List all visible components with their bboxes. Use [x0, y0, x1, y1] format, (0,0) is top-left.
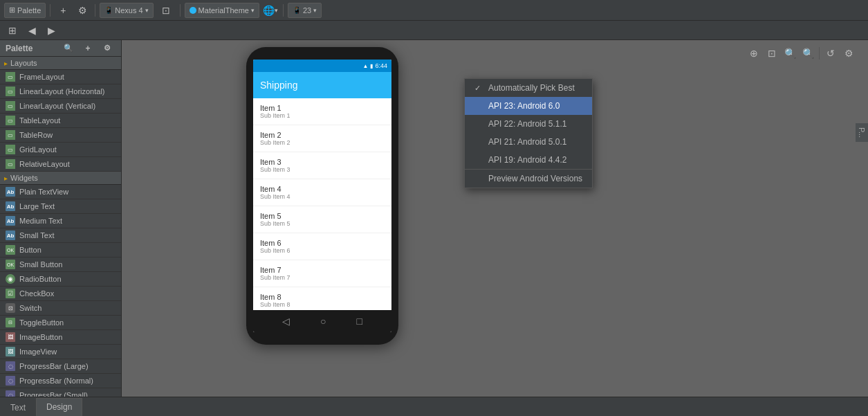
item4-sub: Sub Item 4	[260, 193, 385, 200]
palette-item-progressbar-normal[interactable]: ◌ ProgressBar (Normal)	[0, 374, 121, 388]
dropdown-item-preview[interactable]: Preview Android Versions	[465, 169, 592, 188]
zoom-in-btn[interactable]: 🔍	[782, 46, 798, 61]
palette-item-gridlayout[interactable]: ▭ GridLayout	[0, 143, 121, 157]
palette-item-relativelayout[interactable]: ▭ RelativeLayout	[0, 157, 121, 172]
palette-item-imageview[interactable]: 🖼 ImageView	[0, 345, 121, 359]
radiobutton-label: RadioButton	[19, 275, 62, 283]
refresh-btn[interactable]: ↺	[822, 46, 839, 61]
palette-settings-btn[interactable]: ⚙	[99, 41, 116, 56]
large-text-icon: Ab	[6, 201, 15, 211]
palette-item-togglebutton[interactable]: ⊟ ToggleButton	[0, 316, 121, 330]
progressbar-small-label: ProgressBar (Small)	[19, 391, 88, 397]
next-btn[interactable]: ▶	[43, 23, 59, 38]
phone-outer: ▲ ▮ 6:44 Shipping Item 1 Sub Item 1	[246, 47, 398, 345]
palette-item-radiobutton[interactable]: ◉ RadioButton	[0, 272, 121, 287]
palette-item-linearlayout-h[interactable]: ▭ LinearLayout (Horizontal)	[0, 84, 121, 99]
palette-item-button[interactable]: OK Button	[0, 243, 121, 257]
canvas-area[interactable]: ▲ ▮ 6:44 Shipping Item 1 Sub Item 1	[122, 40, 868, 397]
item4-title: Item 4	[260, 185, 385, 193]
prev-btn[interactable]: ◀	[24, 23, 40, 38]
list-item: Item 2 Sub Item 2	[253, 125, 391, 152]
item7-sub: Sub Item 7	[260, 274, 385, 281]
theme-chevron: ▾	[251, 7, 255, 14]
small-button-icon: OK	[6, 260, 15, 269]
switch-icon: ⊡	[6, 303, 15, 313]
palette-item-framelayout[interactable]: ▭ FrameLayout	[0, 70, 121, 84]
api-icon: 📱	[293, 6, 301, 14]
dropdown-item-api21[interactable]: API 21: Android 5.0.1	[465, 133, 592, 151]
zoom-fit-btn[interactable]: ⊡	[764, 46, 780, 61]
imageview-label: ImageView	[19, 347, 57, 356]
dropdown-item-api23[interactable]: API 23: Android 6.0	[465, 97, 592, 115]
palette-item-small-button[interactable]: OK Small Button	[0, 257, 121, 272]
palette-title: Palette	[6, 44, 33, 53]
checkbox-label: CheckBox	[19, 289, 54, 298]
theme-dot	[190, 7, 196, 14]
zoom-out-btn[interactable]: 🔍	[800, 46, 816, 61]
nexus-chevron: ▾	[145, 7, 149, 14]
palette-item-large-text[interactable]: Ab Large Text	[0, 199, 121, 214]
zoom-actual-btn[interactable]: ⊕	[746, 46, 762, 61]
small-text-icon: Ab	[6, 230, 15, 240]
palette-toggle-btn[interactable]: ⊞ Palette	[4, 3, 46, 18]
widgets-section-label: Widgets	[10, 174, 38, 182]
theme-selector-btn[interactable]: MaterialTheme ▾	[185, 3, 259, 18]
tab-text[interactable]: Text	[0, 399, 36, 416]
widgets-folder-icon: ▸	[4, 174, 8, 182]
palette-header: Palette 🔍 + ⚙	[0, 40, 121, 57]
linearlayout-v-icon: ▭	[6, 101, 15, 111]
locale-chevron: ▾	[275, 7, 278, 14]
palette-item-progressbar-small[interactable]: ◌ ProgressBar (Small)	[0, 388, 121, 397]
dropdown-item-api22[interactable]: API 22: Android 5.1.1	[465, 115, 592, 133]
dropdown-item-api22-label: API 22: Android 5.1.1	[488, 119, 566, 129]
widgets-section-header[interactable]: ▸ Widgets	[0, 172, 121, 185]
item2-sub: Sub Item 2	[260, 139, 385, 146]
fit-screen-btn[interactable]: ⊞	[4, 23, 21, 38]
auto-check-icon: ✓	[474, 84, 484, 93]
screen-size-btn[interactable]: ⊡	[156, 3, 176, 18]
progressbar-large-icon: ◌	[6, 361, 15, 371]
palette-icon: ⊞	[9, 6, 15, 15]
dropdown-item-api23-label: API 23: Android 6.0	[488, 101, 560, 111]
dropdown-item-api19[interactable]: API 19: Android 4.4.2	[465, 151, 592, 169]
imageview-icon: 🖼	[6, 347, 15, 356]
palette-item-medium-text[interactable]: Ab Medium Text	[0, 214, 121, 228]
api-label: 23	[303, 6, 311, 15]
nexus-selector-btn[interactable]: 📱 Nexus 4 ▾	[100, 3, 153, 18]
relativelayout-label: RelativeLayout	[19, 160, 70, 168]
right-panel-label: P...	[858, 127, 866, 138]
palette-item-switch[interactable]: ⊡ Switch	[0, 301, 121, 316]
canvas-settings-btn[interactable]: ⚙	[840, 46, 857, 61]
item3-sub: Sub Item 3	[260, 166, 385, 173]
palette-item-linearlayout-v[interactable]: ▭ LinearLayout (Vertical)	[0, 99, 121, 114]
right-panel-hint[interactable]: P...	[856, 123, 868, 142]
tablerow-icon: ▭	[6, 130, 15, 140]
locale-btn[interactable]: 🌐 ▾	[262, 3, 279, 18]
palette-search-btn[interactable]: 🔍	[60, 41, 77, 56]
togglebutton-label: ToggleButton	[19, 318, 64, 327]
palette-item-tablelayout[interactable]: ▭ TableLayout	[0, 114, 121, 128]
dropdown-item-auto[interactable]: ✓ Automatically Pick Best	[465, 79, 592, 97]
palette-item-plain-textview[interactable]: Ab Plain TextView	[0, 185, 121, 199]
api-dropdown-menu: ✓ Automatically Pick Best API 23: Androi…	[464, 78, 593, 188]
config-btn[interactable]: ⚙	[74, 3, 91, 18]
globe-icon: 🌐	[263, 5, 275, 16]
palette-item-small-text[interactable]: Ab Small Text	[0, 228, 121, 243]
item1-title: Item 1	[260, 104, 385, 112]
phone-container: ▲ ▮ 6:44 Shipping Item 1 Sub Item 1	[246, 47, 398, 345]
sep-3	[180, 4, 181, 17]
palette-item-tablerow[interactable]: ▭ TableRow	[0, 128, 121, 143]
palette-label: Palette	[17, 6, 41, 15]
large-text-label: Large Text	[19, 202, 55, 210]
add-component-btn[interactable]: +	[55, 3, 71, 18]
theme-label: MaterialTheme	[198, 6, 249, 15]
palette-item-progressbar-large[interactable]: ◌ ProgressBar (Large)	[0, 359, 121, 374]
plain-textview-label: Plain TextView	[19, 188, 68, 196]
linearlayout-h-label: LinearLayout (Horizontal)	[19, 87, 105, 96]
palette-add-btn[interactable]: +	[80, 41, 96, 56]
layouts-section-header[interactable]: ▸ Layouts	[0, 57, 121, 70]
tab-design[interactable]: Design	[36, 398, 82, 416]
api-selector-btn[interactable]: 📱 23 ▾	[288, 3, 322, 18]
palette-item-imagebutton[interactable]: 🖼 ImageButton	[0, 330, 121, 345]
palette-item-checkbox[interactable]: ☑ CheckBox	[0, 287, 121, 301]
